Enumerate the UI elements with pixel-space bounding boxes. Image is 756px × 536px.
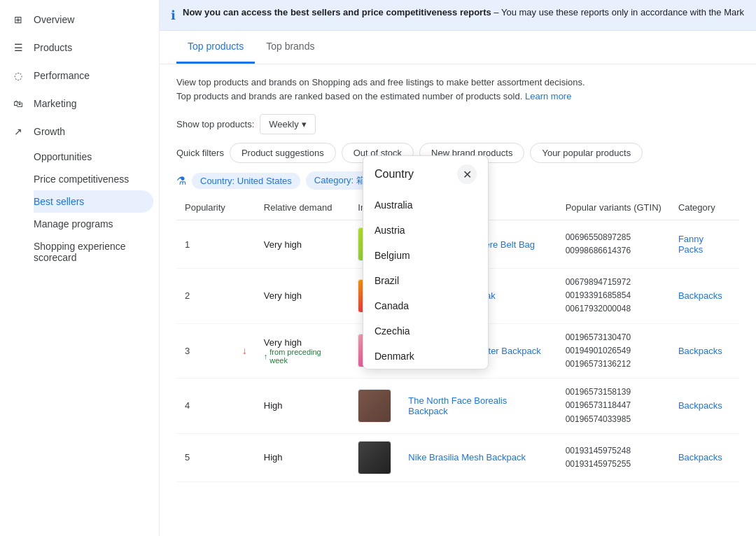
- banner-text: Now you can access the best sellers and …: [183, 7, 744, 17]
- category-link[interactable]: Backpacks: [678, 400, 722, 411]
- title-cell: The North Face Borealis Backpack: [400, 379, 556, 434]
- best-sellers-label: Best sellers: [34, 196, 84, 207]
- table-row: 4 High The North Face Borealis Backpack …: [176, 379, 739, 434]
- demand-cell: Very high ↑ from preceding week: [255, 323, 350, 379]
- title-cell: Nike Brasilia Mesh Backpack: [400, 433, 556, 481]
- gtin-cell: 0019657313047000194901026549001965731362…: [557, 323, 670, 379]
- sidebar-item-overview[interactable]: ⊞ Overview: [0, 6, 153, 34]
- sidebar-item-overview-label: Overview: [34, 14, 74, 25]
- sidebar-item-best-sellers[interactable]: Best sellers: [34, 190, 153, 213]
- sidebar-item-manage-programs[interactable]: Manage programs: [34, 213, 153, 235]
- price-competitiveness-label: Price competitiveness: [34, 174, 129, 185]
- sidebar: ⊞ Overview ☰ Products ◌ Performance 🛍 Ma…: [0, 0, 160, 536]
- sidebar-item-marketing[interactable]: 🛍 Marketing: [0, 90, 153, 118]
- rank-arrow: ↓: [242, 345, 247, 356]
- col-relative-demand: Relative demand: [255, 195, 350, 220]
- product-title-link[interactable]: The North Face Borealis Backpack: [408, 395, 507, 416]
- marketing-icon: 🛍: [11, 97, 25, 111]
- image-cell: [349, 379, 400, 434]
- arrow-cell: ↓: [234, 323, 255, 379]
- arrow-cell: [234, 433, 255, 481]
- demand-cell: High: [255, 379, 350, 434]
- sidebar-item-marketing-label: Marketing: [34, 98, 76, 109]
- page-description: View top products and brands on Shopping…: [176, 76, 739, 103]
- demand-cell: Very high: [255, 269, 350, 324]
- quick-filters-label: Quick filters: [176, 148, 224, 158]
- country-list: AustraliaAustriaBelgiumBrazilCanadaCzech…: [363, 192, 488, 369]
- category-cell: Fanny Packs: [670, 220, 739, 269]
- chip-your-popular-products[interactable]: Your popular products: [530, 143, 643, 163]
- rank-cell: 2: [176, 269, 234, 324]
- scorecard-label: Shopping experience scorecard: [34, 241, 126, 263]
- gtin-cell: 0067989471597200193391685854006179320000…: [557, 269, 670, 324]
- rank-cell: 4: [176, 379, 234, 434]
- category-cell: Backpacks: [670, 379, 739, 434]
- rank-cell: 1: [176, 220, 234, 269]
- manage-programs-label: Manage programs: [34, 218, 113, 230]
- country-option-austria[interactable]: Austria: [363, 218, 488, 243]
- demand-cell: Very high: [255, 220, 350, 269]
- tab-top-brands[interactable]: Top brands: [255, 31, 326, 64]
- arrow-cell: [234, 379, 255, 434]
- country-option-brazil[interactable]: Brazil: [363, 268, 488, 293]
- country-option-denmark[interactable]: Denmark: [363, 344, 488, 369]
- arrow-cell: [234, 269, 255, 324]
- col-popularity: Popularity: [176, 195, 234, 220]
- show-filter-row: Show top products: Weekly ▾: [176, 114, 739, 134]
- close-dropdown-button[interactable]: ✕: [457, 164, 477, 184]
- products-icon: ☰: [11, 41, 25, 55]
- demand-cell: High: [255, 433, 350, 481]
- info-icon: ℹ: [171, 8, 176, 23]
- sidebar-item-performance-label: Performance: [34, 70, 90, 81]
- chip-product-suggestions[interactable]: Product suggestions: [230, 143, 336, 163]
- rank-cell: 3: [176, 323, 234, 379]
- dropdown-header: Country ✕: [363, 156, 488, 192]
- product-title-link[interactable]: Nike Brasilia Mesh Backpack: [408, 452, 526, 463]
- image-cell: [349, 433, 400, 481]
- category-link[interactable]: Backpacks: [678, 452, 722, 463]
- info-banner: ℹ Now you can access the best sellers an…: [160, 0, 756, 31]
- col-arrow: [234, 195, 255, 220]
- weekly-dropdown[interactable]: Weekly ▾: [260, 114, 315, 134]
- table-row: 5 High Nike Brasilia Mesh Backpack 00193…: [176, 433, 739, 481]
- page-content: View top products and brands on Shopping…: [160, 64, 756, 536]
- sidebar-item-scorecard[interactable]: Shopping experience scorecard: [34, 235, 153, 269]
- sidebar-item-opportunities[interactable]: Opportunities: [34, 146, 153, 168]
- main-content: ℹ Now you can access the best sellers an…: [160, 0, 756, 536]
- col-category: Category: [670, 195, 739, 220]
- col-gtins: Popular variants (GTIN): [557, 195, 670, 220]
- category-link[interactable]: Fanny Packs: [678, 234, 704, 255]
- dropdown-title: Country: [374, 168, 414, 181]
- category-link[interactable]: Backpacks: [678, 290, 722, 301]
- sidebar-item-growth-label: Growth: [34, 126, 65, 137]
- category-cell: Backpacks: [670, 269, 739, 324]
- sidebar-item-growth[interactable]: ↗ Growth: [0, 118, 153, 146]
- gtin-cell: 0019314597524800193145975255: [557, 433, 670, 481]
- country-option-australia[interactable]: Australia: [363, 192, 488, 218]
- rank-cell: 5: [176, 433, 234, 481]
- sidebar-item-products-label: Products: [34, 42, 72, 53]
- demand-note: ↑ from preceding week: [264, 348, 342, 365]
- sidebar-sub-menu: Opportunities Price competitiveness Best…: [0, 146, 159, 269]
- filter-icon: ⚗: [176, 174, 186, 188]
- sidebar-item-products[interactable]: ☰ Products: [0, 34, 153, 62]
- country-option-canada[interactable]: Canada: [363, 293, 488, 318]
- product-image: [358, 441, 391, 474]
- performance-icon: ◌: [11, 69, 25, 83]
- tabs-bar: Top products Top brands: [160, 31, 756, 64]
- product-image: [358, 389, 391, 423]
- sidebar-item-performance[interactable]: ◌ Performance: [0, 62, 153, 90]
- opportunities-label: Opportunities: [34, 151, 92, 162]
- gtin-cell: 0019657315813900196573118447001965740339…: [557, 379, 670, 434]
- learn-more-link[interactable]: Learn more: [525, 91, 571, 101]
- sidebar-item-price-competitiveness[interactable]: Price competitiveness: [34, 168, 153, 190]
- arrow-cell: [234, 220, 255, 269]
- country-option-belgium[interactable]: Belgium: [363, 243, 488, 268]
- tab-top-products[interactable]: Top products: [176, 31, 255, 64]
- country-filter-chip[interactable]: Country: United States: [192, 173, 300, 189]
- overview-icon: ⊞: [11, 13, 25, 27]
- growth-icon: ↗: [11, 125, 25, 139]
- category-link[interactable]: Backpacks: [678, 346, 722, 356]
- country-option-czechia[interactable]: Czechia: [363, 318, 488, 344]
- country-dropdown: Country ✕ AustraliaAustriaBelgiumBrazilC…: [363, 155, 489, 369]
